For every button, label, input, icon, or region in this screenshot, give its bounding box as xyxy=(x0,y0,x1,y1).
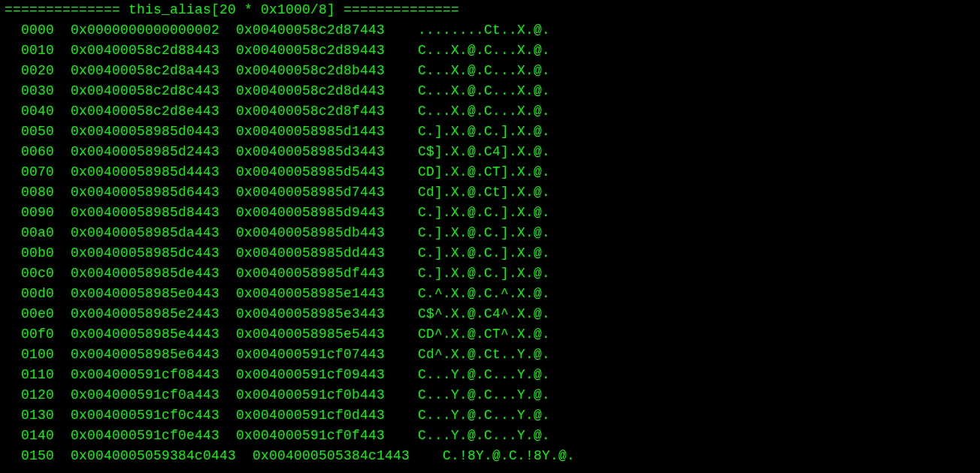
hex-dump-output: ============== this_alias[20 * 0x1000/8]… xyxy=(0,0,980,466)
